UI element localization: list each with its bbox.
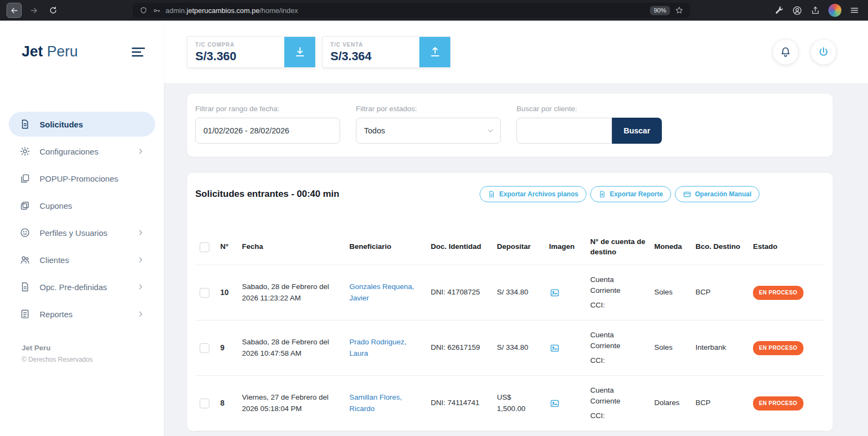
bell-icon (780, 46, 792, 58)
sidebar-item-label: Perfiles y Usuarios (40, 228, 107, 238)
profile-avatar[interactable] (828, 4, 841, 17)
row-image-icon[interactable] (549, 343, 583, 353)
chevron-right-icon (137, 283, 144, 291)
date-range-input[interactable] (195, 118, 340, 144)
requests-table: N° Fecha Beneficiario Doc. Identidad Dep… (195, 229, 825, 431)
tc-venta-text: T/C VENTA S/3.364 (323, 37, 419, 67)
row-account: Cuenta Corriente CCI: (590, 274, 654, 311)
share-icon[interactable] (810, 5, 820, 15)
sidebar-item-cupones[interactable]: Cupones (9, 193, 155, 218)
row-checkbox[interactable] (200, 399, 209, 408)
chevron-right-icon (137, 256, 144, 264)
sidebar-item-solicitudes[interactable]: Solicitudes (9, 112, 155, 137)
address-bar[interactable]: admin.jetperucambios.com.pe/home/index 9… (133, 3, 690, 18)
requests-panel: Solicitudes entrantes - 00:40 min Export… (187, 173, 833, 431)
column-header: N° (220, 242, 242, 252)
row-number: 8 (220, 397, 242, 409)
main-area: T/C COMPRA S/3.360 T/C VENTA S/3.364 (164, 21, 868, 436)
popup-windows-icon (20, 173, 30, 184)
bookmark-star-icon[interactable] (675, 6, 684, 15)
sidebar-nav: Solicitudes Configuraciones POPUP-Promoc… (0, 83, 164, 326)
app-frame: Jet Peru Solicitudes Configuraciones POP… (0, 21, 868, 436)
browser-refresh-button[interactable] (46, 3, 61, 18)
logo-secondary: Peru (47, 43, 78, 60)
row-bank: BCP (695, 397, 753, 408)
tc-compra-value: S/3.360 (195, 49, 284, 63)
arrow-right-icon (29, 6, 39, 15)
browser-back-button[interactable] (7, 3, 22, 18)
client-search-group: Buscar por cliente: Buscar (516, 105, 662, 144)
footer-brand: Jet Peru (22, 344, 142, 352)
shield-icon[interactable] (139, 7, 148, 15)
download-arrow-icon (293, 46, 307, 59)
row-beneficiary-link[interactable]: Samillan Flores, Ricardo (349, 392, 431, 414)
user-face-icon (20, 227, 30, 238)
logout-button[interactable] (811, 40, 836, 65)
app-logo[interactable]: Jet Peru (22, 43, 78, 60)
url-text: admin.jetperucambios.com.pe/home/index (165, 7, 298, 15)
export-report-button[interactable]: Exportar Reporte (590, 186, 671, 202)
sidebar-item-opc-predefinidas[interactable]: Opc. Pre-definidas (9, 274, 155, 299)
tc-compra-button[interactable] (284, 37, 315, 67)
browser-menu-icon[interactable] (850, 5, 859, 15)
table-toolbar: Solicitudes entrantes - 00:40 min Export… (195, 186, 825, 202)
zoom-level-badge[interactable]: 90% (650, 6, 670, 15)
row-image-icon[interactable] (549, 288, 583, 298)
row-amount: US$ 1,500.00 (497, 392, 549, 414)
table-actions: Exportar Archivos planos Exportar Report… (480, 186, 760, 202)
status-badge: EN PROCESO (753, 341, 803, 355)
file-download-icon (598, 190, 606, 198)
manual-operation-button[interactable]: Operación Manual (675, 186, 760, 202)
tc-venta-value: S/3.364 (330, 49, 419, 63)
file-icon (488, 190, 495, 198)
browser-toolbar: admin.jetperucambios.com.pe/home/index 9… (0, 0, 868, 21)
page-content: Filtrar por rango de fecha: Filtrar por … (164, 83, 868, 436)
row-account: Cuenta Corriente CCI: (590, 385, 654, 422)
sidebar-item-configuraciones[interactable]: Configuraciones (9, 139, 155, 164)
sidebar-item-label: POPUP-Promociones (40, 174, 118, 183)
account-icon[interactable] (792, 5, 802, 16)
row-checkbox[interactable] (200, 288, 209, 298)
row-image-icon[interactable] (549, 399, 583, 408)
sidebar-item-reportes[interactable]: Reportes (9, 302, 155, 326)
column-header: Depositar (497, 242, 549, 252)
account-type: Cuenta Corriente (590, 274, 638, 297)
row-date: Viernes, 27 de Febrero del 2026 05:18:04… (242, 392, 349, 414)
search-button[interactable]: Buscar (612, 118, 662, 144)
row-amount: S/ 334.80 (497, 342, 549, 353)
key-icon[interactable] (152, 7, 161, 15)
tc-venta-button[interactable] (419, 37, 450, 67)
notifications-button[interactable] (773, 40, 798, 65)
document-icon (20, 119, 30, 130)
wrench-icon[interactable] (774, 5, 784, 15)
chevron-down-icon (487, 127, 494, 137)
sidebar-item-label: Reportes (40, 310, 73, 319)
row-beneficiary-link[interactable]: Gonzales Requena, Javier (349, 281, 431, 304)
row-doc-id: DNI: 41708725 (431, 287, 497, 298)
column-header: Imagen (549, 242, 590, 252)
select-all-checkbox[interactable] (200, 242, 209, 252)
row-account: Cuenta Corriente CCI: (590, 330, 654, 367)
account-cci: CCI: (590, 300, 638, 311)
sidebar-toggle-button[interactable] (131, 46, 145, 58)
sidebar-item-clientes[interactable]: Clientes (9, 247, 155, 272)
status-filter-group: Filtrar por estados: Todos (356, 105, 501, 144)
tc-venta-label: T/C VENTA (330, 42, 419, 48)
account-cci: CCI: (590, 411, 638, 421)
row-doc-id: DNI: 62617159 (431, 342, 497, 353)
client-search-input[interactable] (516, 118, 612, 144)
status-select[interactable]: Todos (356, 118, 501, 144)
row-beneficiary-link[interactable]: Prado Rodriguez, Laura (349, 337, 431, 359)
row-number: 9 (220, 342, 242, 354)
people-icon (20, 254, 30, 265)
date-filter-group: Filtrar por rango de fecha: (195, 105, 340, 144)
row-date: Sabado, 28 de Febrero del 2026 10:47:58 … (242, 337, 349, 359)
browser-forward-button[interactable] (26, 3, 41, 18)
sidebar-item-popup-promociones[interactable]: POPUP-Promociones (9, 166, 155, 191)
column-header: N° de cuenta de destino (590, 237, 654, 257)
table-row: 9 Sabado, 28 de Febrero del 2026 10:47:5… (195, 320, 825, 376)
row-checkbox[interactable] (200, 343, 209, 353)
export-flat-files-button[interactable]: Exportar Archivos planos (480, 186, 586, 202)
sidebar-item-perfiles-usuarios[interactable]: Perfiles y Usuarios (9, 220, 155, 245)
chevron-right-icon (137, 310, 144, 318)
